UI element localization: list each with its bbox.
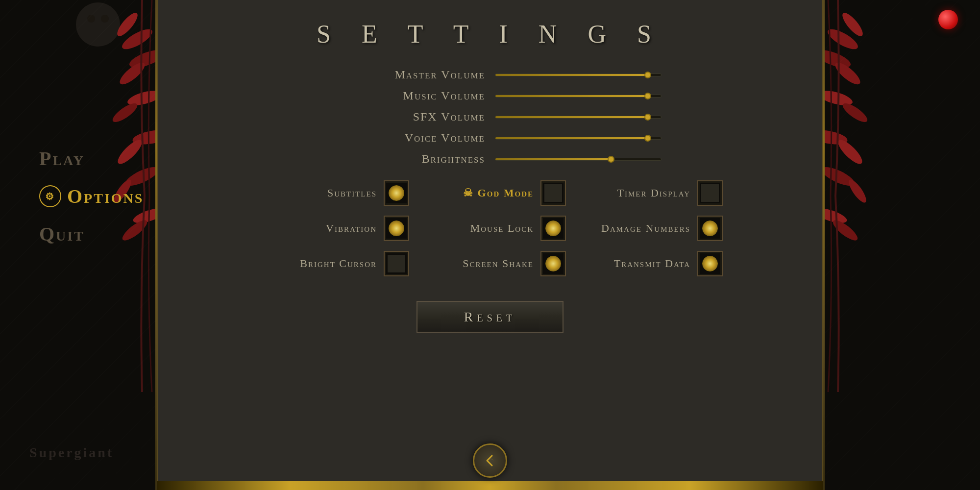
slider-thumb bbox=[644, 114, 651, 121]
slider-thumb bbox=[644, 93, 651, 99]
toggle-label: Vibration bbox=[326, 222, 377, 235]
toggle-item: Damage Numbers bbox=[571, 216, 723, 241]
toggle-item: ☠ God Mode bbox=[414, 180, 566, 206]
slider-row: Master Volume bbox=[318, 68, 662, 81]
toggle-checkbox[interactable] bbox=[697, 251, 723, 276]
settings-panel: S E T T I N G S Master VolumeMusic Volum… bbox=[157, 0, 823, 490]
toggle-label: Subtitles bbox=[327, 187, 377, 199]
toggle-label: Mouse Lock bbox=[470, 222, 534, 235]
slider-row: Music Volume bbox=[318, 89, 662, 102]
red-orb bbox=[938, 10, 958, 29]
toggle-label: ☠ God Mode bbox=[463, 187, 534, 199]
slider-label: Brightness bbox=[387, 152, 485, 166]
svg-point-24 bbox=[846, 177, 869, 205]
slider-thumb bbox=[644, 72, 651, 78]
toggle-item: Mouse Lock bbox=[414, 216, 566, 241]
toggle-checkbox[interactable] bbox=[384, 216, 409, 241]
left-menu: Play ⚙ Options Quit bbox=[39, 147, 144, 245]
toggles-section: Subtitles☠ God ModeTimer DisplayVibratio… bbox=[257, 180, 723, 276]
toggle-item: Subtitles bbox=[257, 180, 409, 206]
toggle-label: Screen Shake bbox=[463, 257, 534, 270]
slider-track[interactable] bbox=[495, 74, 662, 76]
toggle-checkbox[interactable] bbox=[697, 216, 723, 241]
slider-fill bbox=[495, 137, 651, 139]
slider-label: Master Volume bbox=[387, 68, 485, 81]
slider-fill bbox=[495, 158, 614, 160]
toggle-label: Transmit Data bbox=[614, 257, 690, 270]
menu-quit[interactable]: Quit bbox=[39, 222, 144, 245]
svg-point-2 bbox=[101, 15, 109, 23]
reset-button[interactable]: Reset bbox=[416, 301, 564, 333]
slider-track[interactable] bbox=[495, 95, 662, 98]
slider-thumb bbox=[608, 156, 614, 163]
slider-track[interactable] bbox=[495, 158, 662, 161]
slider-thumb bbox=[644, 135, 651, 142]
toggle-checkbox[interactable] bbox=[540, 251, 566, 276]
toggle-checkbox[interactable] bbox=[384, 251, 409, 276]
slider-label: Music Volume bbox=[387, 89, 485, 102]
svg-point-1 bbox=[87, 15, 95, 23]
svg-point-22 bbox=[835, 137, 865, 167]
slider-fill bbox=[495, 74, 651, 76]
toggle-checkbox[interactable] bbox=[697, 180, 723, 206]
slider-label: Voice Volume bbox=[387, 131, 485, 145]
menu-options[interactable]: ⚙ Options bbox=[39, 185, 144, 208]
slider-row: Voice Volume bbox=[318, 131, 662, 145]
slider-track[interactable] bbox=[495, 137, 662, 140]
sliders-section: Master VolumeMusic VolumeSFX VolumeVoice… bbox=[318, 68, 662, 166]
toggle-checkbox[interactable] bbox=[540, 216, 566, 241]
back-button[interactable] bbox=[473, 443, 507, 478]
toggle-item: Bright Cursor bbox=[257, 251, 409, 276]
page-title: S E T T I N G S bbox=[317, 20, 663, 49]
right-panel bbox=[823, 0, 980, 490]
toggle-label: Bright Cursor bbox=[300, 257, 377, 270]
menu-play[interactable]: Play bbox=[39, 147, 144, 170]
slider-row: Brightness bbox=[318, 152, 662, 166]
foliage-right bbox=[823, 0, 980, 441]
border-right bbox=[823, 0, 825, 490]
svg-point-20 bbox=[840, 100, 870, 125]
slider-fill bbox=[495, 116, 651, 118]
toggle-label: Timer Display bbox=[617, 187, 690, 199]
svg-point-0 bbox=[76, 2, 120, 47]
toggle-checkbox[interactable] bbox=[384, 180, 409, 206]
slider-label: SFX Volume bbox=[387, 110, 485, 123]
options-icon: ⚙ bbox=[39, 185, 61, 207]
slider-fill bbox=[495, 95, 651, 97]
slider-row: SFX Volume bbox=[318, 110, 662, 123]
toggle-item: Vibration bbox=[257, 216, 409, 241]
toggle-label: Damage Numbers bbox=[601, 222, 690, 235]
svg-point-8 bbox=[110, 100, 140, 125]
bottom-bar bbox=[157, 481, 823, 490]
toggle-item: Timer Display bbox=[571, 180, 723, 206]
brand-text: Supergiant bbox=[29, 445, 114, 461]
toggle-item: Screen Shake bbox=[414, 251, 566, 276]
border-left bbox=[155, 0, 157, 490]
slider-track[interactable] bbox=[495, 116, 662, 119]
toggle-checkbox[interactable] bbox=[540, 180, 566, 206]
toggle-item: Transmit Data bbox=[571, 251, 723, 276]
